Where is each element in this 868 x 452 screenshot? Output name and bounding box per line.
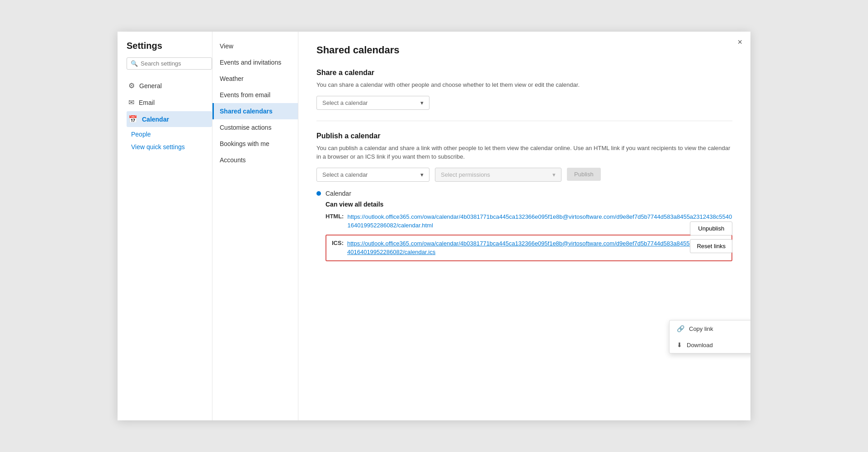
calendar-icon: 📅 (128, 115, 137, 123)
mid-nav-events-from-email[interactable]: Events from email (212, 87, 298, 103)
context-menu-copy-link[interactable]: 🔗 Copy link (670, 320, 750, 337)
publish-calendar-placeholder: Select a calendar (322, 171, 368, 178)
publish-section-title: Publish a calendar (316, 132, 732, 140)
sidebar-item-email-label: Email (139, 99, 155, 106)
main-content: Shared calendars Share a calendar You ca… (298, 32, 750, 420)
settings-modal: × Settings 🔍 ⚙ General ✉ Email 📅 Calenda… (118, 32, 750, 420)
share-section-title: Share a calendar (316, 69, 732, 77)
calendar-info: Calendar Can view all details HTML: http… (316, 190, 732, 261)
mid-nav-weather[interactable]: Weather (212, 71, 298, 87)
view-quick-settings-label: View quick settings (131, 143, 185, 151)
gear-icon: ⚙ (128, 81, 135, 90)
mid-nav-accounts[interactable]: Accounts (212, 152, 298, 168)
publish-row: Select a calendar ▾ Select permissions ▾… (316, 168, 732, 182)
sidebar-item-view-quick-settings[interactable]: View quick settings (127, 141, 212, 153)
email-icon: ✉ (128, 98, 134, 107)
permissions-chevron-icon: ▾ (552, 171, 556, 178)
search-box[interactable]: 🔍 (127, 57, 212, 70)
cal-dot-row: Calendar (316, 190, 732, 197)
share-calendar-select-placeholder: Select a calendar (322, 99, 368, 106)
publish-calendar-select[interactable]: Select a calendar ▾ (316, 168, 429, 182)
chevron-down-icon: ▾ (420, 99, 424, 106)
middle-nav: View Events and invitations Weather Even… (212, 32, 298, 420)
context-menu: 🔗 Copy link ⬇ Download (669, 320, 750, 353)
publish-button[interactable]: Publish (567, 168, 601, 181)
sidebar-item-people[interactable]: People (127, 128, 212, 141)
context-menu-download[interactable]: ⬇ Download (670, 337, 750, 353)
modal-body: Settings 🔍 ⚙ General ✉ Email 📅 Calendar … (118, 32, 750, 420)
settings-title: Settings (127, 41, 212, 51)
sidebar-item-email[interactable]: ✉ Email (127, 94, 212, 110)
unpublish-button[interactable]: Unpublish (690, 221, 732, 235)
ics-url[interactable]: https://outlook.office365.com/owa/calend… (347, 239, 726, 257)
can-view-label: Can view all details (326, 201, 732, 208)
ics-label: ICS: (332, 240, 344, 246)
html-link-row: HTML: https://outlook.office365.com/owa/… (326, 212, 732, 230)
page-title: Shared calendars (316, 44, 732, 56)
copy-link-label: Copy link (689, 325, 713, 332)
action-buttons: Unpublish Reset links (690, 221, 732, 253)
permissions-placeholder: Select permissions (441, 171, 490, 178)
publish-section-desc: You can publish a calendar and share a l… (316, 144, 732, 161)
calendar-dot (316, 191, 321, 196)
permissions-select[interactable]: Select permissions ▾ (435, 168, 561, 182)
ics-box: ICS: https://outlook.office365.com/owa/c… (326, 235, 732, 261)
sidebar-item-calendar[interactable]: 📅 Calendar (127, 111, 212, 127)
mid-nav-customise-actions[interactable]: Customise actions (212, 119, 298, 136)
html-url[interactable]: https://outlook.office365.com/owa/calend… (347, 212, 732, 230)
mid-nav-bookings-with-me[interactable]: Bookings with me (212, 136, 298, 152)
calendar-name: Calendar (326, 190, 351, 197)
mid-nav-view[interactable]: View (212, 38, 298, 54)
sidebar-item-general[interactable]: ⚙ General (127, 78, 212, 94)
share-section-desc: You can share a calendar with other peop… (316, 80, 732, 89)
sidebar-item-calendar-label: Calendar (142, 116, 169, 123)
download-icon: ⬇ (677, 341, 682, 348)
search-icon: 🔍 (131, 60, 138, 67)
sidebar-item-general-label: General (139, 82, 162, 89)
mid-nav-events-invitations[interactable]: Events and invitations (212, 54, 298, 71)
html-label: HTML: (326, 213, 344, 220)
reset-links-button[interactable]: Reset links (690, 239, 732, 253)
publish-chevron-icon: ▾ (420, 171, 424, 178)
people-label: People (131, 131, 151, 138)
download-label: Download (687, 342, 713, 348)
section-divider (316, 121, 732, 121)
left-sidebar: Settings 🔍 ⚙ General ✉ Email 📅 Calendar … (118, 32, 212, 420)
share-calendar-select[interactable]: Select a calendar ▾ (316, 96, 429, 110)
search-input[interactable] (141, 60, 208, 67)
copy-link-icon: 🔗 (677, 325, 684, 332)
mid-nav-shared-calendars[interactable]: Shared calendars (212, 103, 298, 119)
